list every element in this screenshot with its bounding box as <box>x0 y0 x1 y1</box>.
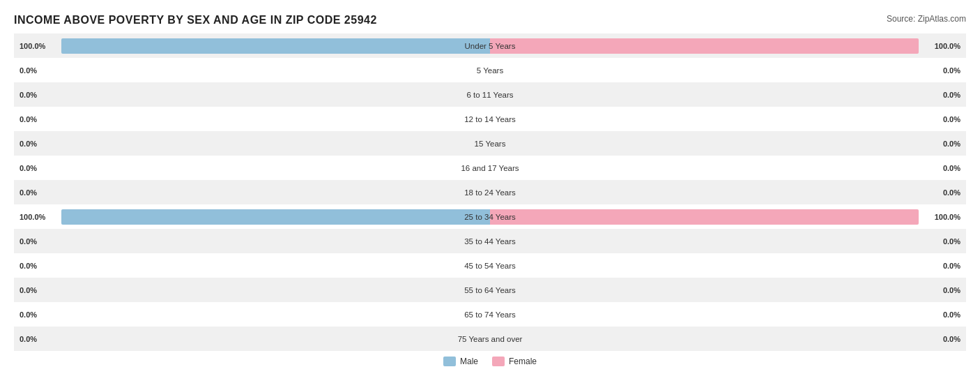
left-half: 0.0% <box>14 327 490 351</box>
chart-row: 0.0% 0.0% 5 Years <box>14 58 966 82</box>
female-legend-box <box>492 357 505 366</box>
chart-row: 0.0% 0.0% 18 to 24 Years <box>14 180 966 204</box>
source-text: Source: ZipAtlas.com <box>887 14 966 24</box>
left-half: 0.0% <box>14 156 490 180</box>
male-value: 100.0% <box>20 42 45 50</box>
male-value: 0.0% <box>20 262 37 270</box>
male-bar <box>61 38 490 54</box>
female-value: 100.0% <box>935 213 960 221</box>
right-half: 0.0% <box>490 302 966 327</box>
chart-row: 0.0% 0.0% 55 to 64 Years <box>14 278 966 302</box>
right-half: 0.0% <box>490 58 966 82</box>
rows-container: 100.0% 100.0% Under 5 Years 0.0% 0.0% 5 … <box>14 33 966 351</box>
right-half: 0.0% <box>490 156 966 180</box>
female-value: 0.0% <box>943 66 960 75</box>
chart-wrapper: INCOME ABOVE POVERTY BY SEX AND AGE IN Z… <box>14 14 966 366</box>
female-value: 100.0% <box>935 42 960 50</box>
chart-row: 0.0% 0.0% 65 to 74 Years <box>14 302 966 327</box>
left-half: 0.0% <box>14 107 490 131</box>
female-legend-label: Female <box>509 357 537 366</box>
chart-row: 0.0% 0.0% 12 to 14 Years <box>14 107 966 131</box>
left-half: 0.0% <box>14 278 490 302</box>
female-value: 0.0% <box>943 237 960 246</box>
female-value: 0.0% <box>943 91 960 99</box>
female-value: 0.0% <box>943 310 960 319</box>
chart-row: 100.0% 100.0% 25 to 34 Years <box>14 204 966 229</box>
female-bar <box>490 38 919 54</box>
chart-container: 100.0% 100.0% Under 5 Years 0.0% 0.0% 5 … <box>14 33 966 366</box>
male-value: 0.0% <box>20 140 37 148</box>
chart-row: 0.0% 0.0% 45 to 54 Years <box>14 253 966 278</box>
male-value: 0.0% <box>20 335 37 343</box>
chart-row: 0.0% 0.0% 16 and 17 Years <box>14 156 966 180</box>
left-half: 0.0% <box>14 229 490 253</box>
male-value: 0.0% <box>20 66 37 75</box>
female-value: 0.0% <box>943 335 960 343</box>
female-value: 0.0% <box>943 140 960 148</box>
female-legend-item: Female <box>492 357 537 366</box>
left-half: 0.0% <box>14 58 490 82</box>
left-half: 0.0% <box>14 131 490 156</box>
right-half: 0.0% <box>490 327 966 351</box>
male-value: 0.0% <box>20 164 37 172</box>
female-value: 0.0% <box>943 286 960 294</box>
male-legend-item: Male <box>443 357 478 366</box>
female-value: 0.0% <box>943 188 960 197</box>
chart-row: 0.0% 0.0% 6 to 11 Years <box>14 82 966 107</box>
left-half: 0.0% <box>14 180 490 204</box>
female-value: 0.0% <box>943 115 960 123</box>
chart-row: 0.0% 0.0% 35 to 44 Years <box>14 229 966 253</box>
male-legend-label: Male <box>460 357 478 366</box>
header: INCOME ABOVE POVERTY BY SEX AND AGE IN Z… <box>14 14 966 27</box>
right-half: 0.0% <box>490 278 966 302</box>
male-value: 0.0% <box>20 115 37 123</box>
chart-row: 100.0% 100.0% Under 5 Years <box>14 33 966 58</box>
male-value: 0.0% <box>20 286 37 294</box>
male-value: 0.0% <box>20 237 37 246</box>
right-half: 0.0% <box>490 131 966 156</box>
chart-title: INCOME ABOVE POVERTY BY SEX AND AGE IN Z… <box>14 14 377 27</box>
chart-row: 0.0% 0.0% 75 Years and over <box>14 327 966 351</box>
male-bar <box>61 209 490 225</box>
left-half: 0.0% <box>14 82 490 107</box>
left-half: 100.0% <box>14 33 490 58</box>
left-half: 0.0% <box>14 253 490 278</box>
left-half: 100.0% <box>14 204 490 229</box>
right-half: 0.0% <box>490 107 966 131</box>
right-half: 100.0% <box>490 204 966 229</box>
female-value: 0.0% <box>943 164 960 172</box>
right-half: 0.0% <box>490 229 966 253</box>
right-half: 100.0% <box>490 33 966 58</box>
legend: Male Female <box>14 357 966 366</box>
right-half: 0.0% <box>490 82 966 107</box>
male-value: 0.0% <box>20 91 37 99</box>
female-bar <box>490 209 919 225</box>
female-value: 0.0% <box>943 262 960 270</box>
male-legend-box <box>443 357 456 366</box>
right-half: 0.0% <box>490 180 966 204</box>
left-half: 0.0% <box>14 302 490 327</box>
male-value: 0.0% <box>20 188 37 197</box>
chart-row: 0.0% 0.0% 15 Years <box>14 131 966 156</box>
male-value: 0.0% <box>20 310 37 319</box>
right-half: 0.0% <box>490 253 966 278</box>
male-value: 100.0% <box>20 213 45 221</box>
